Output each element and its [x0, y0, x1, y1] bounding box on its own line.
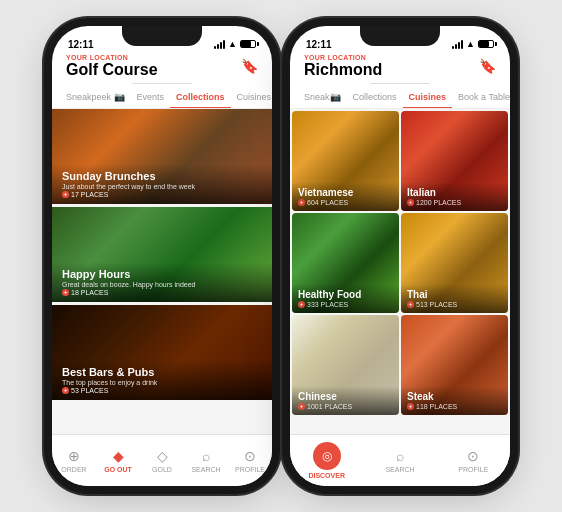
search-icon-left: ⌕ — [202, 448, 210, 464]
content-area-right: Vietnamese 604 PLACES Italian 1200 PLACE… — [290, 109, 510, 434]
tab-sneakpeek-left[interactable]: Sneakpeek 📷 — [60, 87, 131, 109]
bookmark-icon-right[interactable]: 🔖 — [479, 58, 496, 74]
location-name-left: Golf Course — [66, 61, 158, 79]
location-name-right: Richmond — [304, 61, 382, 79]
cuisine-places-italian: 1200 PLACES — [407, 199, 502, 206]
discover-icon: ◎ — [322, 449, 332, 463]
nav-label-goout: GO OUT — [104, 466, 132, 473]
cuisine-grid: Vietnamese 604 PLACES Italian 1200 PLACE… — [290, 109, 510, 417]
gold-icon: ◇ — [157, 448, 168, 464]
nav-tabs-right: Sneak📷 Collections Cuisines Book a Table — [290, 87, 510, 109]
location-bar-left: YOUR LOCATION Golf Course 🔖 — [52, 54, 272, 81]
cuisine-overlay-thai: Thai 513 PLACES — [401, 284, 508, 313]
cuisine-name-healthy: Healthy Food — [298, 289, 393, 300]
places-dot-bars — [62, 387, 69, 394]
location-label-right: YOUR LOCATION — [304, 54, 382, 61]
nav-search-left[interactable]: ⌕ SEARCH — [184, 435, 228, 486]
cuisine-overlay-vietnamese: Vietnamese 604 PLACES — [292, 182, 399, 211]
tab-booktable-right[interactable]: Book a Table — [452, 87, 510, 109]
card-subtitle-sunday: Just about the perfect way to end the we… — [62, 183, 262, 190]
status-icons-left: ▲ — [214, 39, 256, 49]
profile-icon-right: ⊙ — [467, 448, 479, 464]
places-dot-steak — [407, 403, 414, 410]
card-title-happy: Happy Hours — [62, 268, 262, 280]
cuisine-places-chinese: 1001 PLACES — [298, 403, 393, 410]
time-right: 12:11 — [306, 39, 332, 50]
cuisine-overlay-steak: Steak 118 PLACES — [401, 386, 508, 415]
nav-label-search-right: SEARCH — [385, 466, 414, 473]
nav-discover[interactable]: ◎ DISCOVER — [290, 435, 363, 486]
tab-collections-left[interactable]: Collections — [170, 87, 231, 109]
tab-cuisines-right[interactable]: Cuisines — [403, 87, 453, 109]
signal-icon-right — [452, 40, 463, 49]
nav-profile-right[interactable]: ⊙ PROFILE — [437, 435, 510, 486]
bottom-nav-right: ◎ DISCOVER ⌕ SEARCH ⊙ PROFILE — [290, 434, 510, 486]
places-dot-italian — [407, 199, 414, 206]
nav-goout[interactable]: ◆ GO OUT — [96, 435, 140, 486]
cuisine-card-steak[interactable]: Steak 118 PLACES — [401, 315, 508, 415]
time-left: 12:11 — [68, 39, 94, 50]
bottom-nav-left: ⊕ ORDER ◆ GO OUT ◇ GOLD ⌕ SEARCH ⊙ PROFI… — [52, 434, 272, 486]
cuisine-places-thai: 513 PLACES — [407, 301, 502, 308]
bookmark-icon-left[interactable]: 🔖 — [241, 58, 258, 74]
card-overlay-sunday: Sunday Brunches Just about the perfect w… — [52, 164, 272, 204]
cuisine-card-healthy[interactable]: Healthy Food 333 PLACES — [292, 213, 399, 313]
notch-left — [122, 26, 202, 46]
phone-right: 12:11 ▲ YOUR LOCATION Richmond 🔖 — [290, 26, 510, 486]
nav-label-profile-right: PROFILE — [458, 466, 488, 473]
cuisine-overlay-healthy: Healthy Food 333 PLACES — [292, 284, 399, 313]
profile-icon-left: ⊙ — [244, 448, 256, 464]
card-overlay-happy: Happy Hours Great deals on booze. Happy … — [52, 262, 272, 302]
cuisine-places-healthy: 333 PLACES — [298, 301, 393, 308]
places-dot-vietnamese — [298, 199, 305, 206]
nav-label-gold: GOLD — [152, 466, 172, 473]
cuisine-name-steak: Steak — [407, 391, 502, 402]
notch-right — [360, 26, 440, 46]
nav-profile-left[interactable]: ⊙ PROFILE — [228, 435, 272, 486]
phone-left: 12:11 ▲ YOUR LOCATION Golf Course � — [52, 26, 272, 486]
status-icons-right: ▲ — [452, 39, 494, 49]
discover-button[interactable]: ◎ — [313, 442, 341, 470]
cuisine-overlay-chinese: Chinese 1001 PLACES — [292, 386, 399, 415]
wifi-icon-left: ▲ — [228, 39, 237, 49]
nav-search-right[interactable]: ⌕ SEARCH — [363, 435, 436, 486]
card-title-sunday: Sunday Brunches — [62, 170, 262, 182]
collection-card-sunday[interactable]: Sunday Brunches Just about the perfect w… — [52, 109, 272, 204]
cuisine-name-thai: Thai — [407, 289, 502, 300]
cuisine-card-chinese[interactable]: Chinese 1001 PLACES — [292, 315, 399, 415]
places-dot-chinese — [298, 403, 305, 410]
goout-icon: ◆ — [113, 448, 124, 464]
nav-label-profile-left: PROFILE — [235, 466, 265, 473]
card-subtitle-happy: Great deals on booze. Happy hours indeed — [62, 281, 262, 288]
card-places-bars: 53 PLACES — [62, 387, 262, 394]
cuisine-name-vietnamese: Vietnamese — [298, 187, 393, 198]
tab-sneakpeek-right[interactable]: Sneak📷 — [298, 87, 347, 109]
divider-left — [132, 83, 192, 84]
divider-right — [370, 83, 430, 84]
collection-card-happy[interactable]: Happy Hours Great deals on booze. Happy … — [52, 207, 272, 302]
nav-label-order: ORDER — [61, 466, 86, 473]
nav-tabs-left: Sneakpeek 📷 Events Collections Cuisines — [52, 87, 272, 109]
phones-container: 12:11 ▲ YOUR LOCATION Golf Course � — [42, 16, 520, 496]
cuisine-card-italian[interactable]: Italian 1200 PLACES — [401, 111, 508, 211]
tab-events-left[interactable]: Events — [131, 87, 171, 109]
nav-order[interactable]: ⊕ ORDER — [52, 435, 96, 486]
battery-icon-right — [478, 40, 494, 48]
card-subtitle-bars: The top places to enjoy a drink — [62, 379, 262, 386]
card-places-happy: 18 PLACES — [62, 289, 262, 296]
collection-card-bars[interactable]: Best Bars & Pubs The top places to enjoy… — [52, 305, 272, 400]
cuisine-overlay-italian: Italian 1200 PLACES — [401, 182, 508, 211]
nav-gold[interactable]: ◇ GOLD — [140, 435, 184, 486]
order-icon: ⊕ — [68, 448, 80, 464]
tab-collections-right[interactable]: Collections — [347, 87, 403, 109]
location-label-left: YOUR LOCATION — [66, 54, 158, 61]
card-places-sunday: 17 PLACES — [62, 191, 262, 198]
nav-label-search-left: SEARCH — [191, 466, 220, 473]
content-area-left: Sunday Brunches Just about the perfect w… — [52, 109, 272, 434]
tab-cuisines-left[interactable]: Cuisines — [231, 87, 272, 109]
cuisine-card-vietnamese[interactable]: Vietnamese 604 PLACES — [292, 111, 399, 211]
cuisine-places-steak: 118 PLACES — [407, 403, 502, 410]
signal-icon-left — [214, 40, 225, 49]
cuisine-card-thai[interactable]: Thai 513 PLACES — [401, 213, 508, 313]
collections-list: Sunday Brunches Just about the perfect w… — [52, 109, 272, 400]
